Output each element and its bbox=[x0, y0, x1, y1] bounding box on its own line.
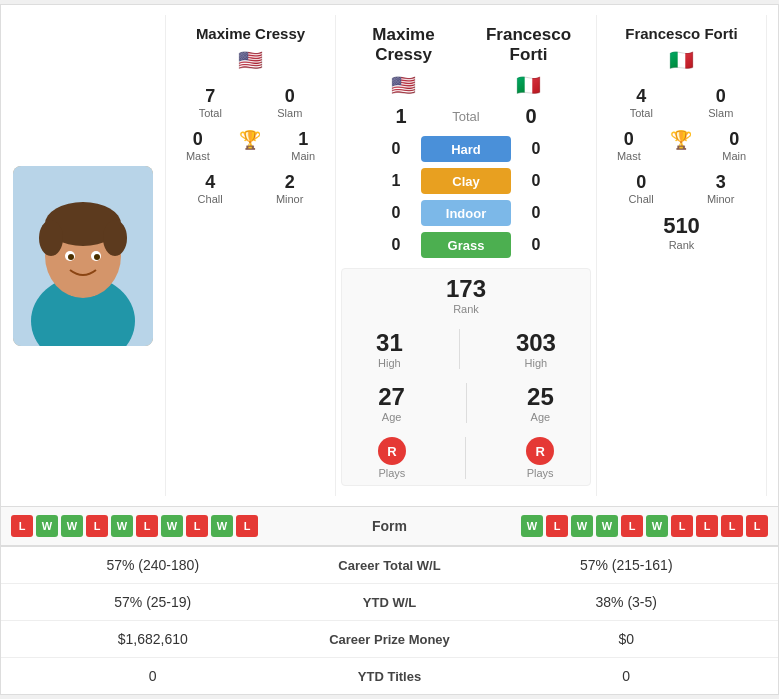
total-score-left: 1 bbox=[386, 105, 416, 128]
stats-right-0: 57% (215-161) bbox=[490, 557, 764, 573]
player1-form: LWWLWLWLWL bbox=[11, 515, 330, 537]
p2-form-badge-1: L bbox=[546, 515, 568, 537]
p2-total-val: 4 bbox=[636, 86, 646, 107]
p1-name-top: Maxime Cressy bbox=[341, 25, 466, 65]
grass-left: 0 bbox=[381, 236, 411, 254]
form-section: LWWLWLWLWL Form WLWWLWLLLL bbox=[1, 507, 778, 546]
p1-form-badge-7: L bbox=[186, 515, 208, 537]
p2-main-val: 0 bbox=[729, 129, 739, 150]
player1-photo bbox=[1, 15, 166, 496]
form-label: Form bbox=[330, 518, 450, 534]
player1-name: Maxime Cressy bbox=[196, 25, 305, 42]
stats-left-2: $1,682,610 bbox=[16, 631, 290, 647]
p2-main-lbl: Main bbox=[722, 150, 746, 162]
p2-form-badge-0: W bbox=[521, 515, 543, 537]
trophy-icon-right: 🏆 bbox=[670, 129, 692, 151]
indoor-left: 0 bbox=[381, 204, 411, 222]
p2-chall-val: 0 bbox=[636, 172, 646, 193]
p2-form-badge-8: L bbox=[721, 515, 743, 537]
p1-form-badge-8: W bbox=[211, 515, 233, 537]
indoor-row: 0 Indoor 0 bbox=[341, 200, 591, 226]
player2-flag: 🇮🇹 bbox=[669, 48, 694, 72]
p2-form-badge-6: L bbox=[671, 515, 693, 537]
p1-form-badge-0: L bbox=[11, 515, 33, 537]
p1-age-mid: 27 Age bbox=[378, 383, 405, 423]
svg-point-5 bbox=[39, 220, 63, 256]
total-score-right: 0 bbox=[516, 105, 546, 128]
clay-row: 1 Clay 0 bbox=[341, 168, 591, 194]
p1-slam-val: 0 bbox=[285, 86, 295, 107]
stats-right-3: 0 bbox=[490, 668, 764, 684]
clay-left: 1 bbox=[381, 172, 411, 190]
p1-minor-val: 2 bbox=[285, 172, 295, 193]
svg-point-6 bbox=[103, 220, 127, 256]
player2-photo bbox=[766, 15, 779, 496]
p2-minor-lbl: Minor bbox=[707, 193, 735, 205]
p1-form-badge-4: W bbox=[111, 515, 133, 537]
stats-left-0: 57% (240-180) bbox=[16, 557, 290, 573]
p1-mast-lbl: Mast bbox=[186, 150, 210, 162]
player1-stats: 7 Total 0 Slam 0 Mast 🏆 bbox=[171, 86, 330, 205]
p1-chall-val: 4 bbox=[205, 172, 215, 193]
p1-form-badge-1: W bbox=[36, 515, 58, 537]
top-section: Maxime Cressy 🇺🇸 7 Total 0 Slam 0 bbox=[1, 5, 778, 506]
hard-left: 0 bbox=[381, 140, 411, 158]
p2-mast-lbl: Mast bbox=[617, 150, 641, 162]
player1-avatar bbox=[13, 166, 153, 346]
p1-high-mid: 31 High bbox=[376, 329, 403, 369]
grass-badge: Grass bbox=[421, 232, 511, 258]
player2-info: Francesco Forti 🇮🇹 4 Total 0 Slam 0 bbox=[596, 15, 766, 496]
p2-age-mid: 25 Age bbox=[527, 383, 554, 423]
stats-table: 57% (240-180)Career Total W/L57% (215-16… bbox=[1, 547, 778, 694]
player1-flag: 🇺🇸 bbox=[238, 48, 263, 72]
trophy-icon-left: 🏆 bbox=[239, 129, 261, 151]
p2-form-badge-3: W bbox=[596, 515, 618, 537]
svg-point-9 bbox=[68, 254, 74, 260]
p1-rank-mid: 173 Rank bbox=[446, 275, 486, 315]
stats-center-2: Career Prize Money bbox=[290, 632, 490, 647]
svg-point-10 bbox=[94, 254, 100, 260]
p1-chall-lbl: Chall bbox=[198, 193, 223, 205]
p2-form-badge-2: W bbox=[571, 515, 593, 537]
p1-form-badge-5: L bbox=[136, 515, 158, 537]
stats-right-2: $0 bbox=[490, 631, 764, 647]
p2-form-badge-9: L bbox=[746, 515, 768, 537]
stats-row-3: 0YTD Titles0 bbox=[1, 658, 778, 694]
p1-main-val: 1 bbox=[298, 129, 308, 150]
p2-name-top: Francesco Forti bbox=[466, 25, 591, 65]
p1-form-badge-9: L bbox=[236, 515, 258, 537]
p1-plays-mid: R Plays bbox=[378, 437, 406, 479]
p2-flag-mid: 🇮🇹 bbox=[466, 73, 591, 97]
middle-section: Maxime Cressy Francesco Forti 🇺🇸 🇮🇹 bbox=[336, 15, 596, 496]
p1-total-lbl: Total bbox=[199, 107, 222, 119]
p1-form-badge-2: W bbox=[61, 515, 83, 537]
player-names-row: Maxime Cressy Francesco Forti bbox=[341, 25, 591, 65]
stats-row-2: $1,682,610Career Prize Money$0 bbox=[1, 621, 778, 658]
main-container: Maxime Cressy 🇺🇸 7 Total 0 Slam 0 bbox=[0, 4, 779, 695]
stats-left-1: 57% (25-19) bbox=[16, 594, 290, 610]
hard-right: 0 bbox=[521, 140, 551, 158]
p1-mast-val: 0 bbox=[193, 129, 203, 150]
p1-form-badge-6: W bbox=[161, 515, 183, 537]
p1-slam-lbl: Slam bbox=[277, 107, 302, 119]
total-label: Total bbox=[426, 109, 506, 124]
p2-minor-val: 3 bbox=[716, 172, 726, 193]
player2-name: Francesco Forti bbox=[625, 25, 738, 42]
player1-info: Maxime Cressy 🇺🇸 7 Total 0 Slam 0 bbox=[166, 15, 336, 496]
stats-right-1: 38% (3-5) bbox=[490, 594, 764, 610]
p2-high-mid: 303 High bbox=[516, 329, 556, 369]
stats-row-0: 57% (240-180)Career Total W/L57% (215-16… bbox=[1, 547, 778, 584]
total-row: 1 Total 0 bbox=[341, 105, 591, 128]
surface-rows: 0 Hard 0 1 Clay 0 0 Indoor bbox=[341, 136, 591, 258]
p2-form-badge-4: L bbox=[621, 515, 643, 537]
stats-center-3: YTD Titles bbox=[290, 669, 490, 684]
p1-total-val: 7 bbox=[205, 86, 215, 107]
hard-badge: Hard bbox=[421, 136, 511, 162]
clay-badge: Clay bbox=[421, 168, 511, 194]
stats-center-0: Career Total W/L bbox=[290, 558, 490, 573]
stats-row-1: 57% (25-19)YTD W/L38% (3-5) bbox=[1, 584, 778, 621]
mid-stats-left: 173 Rank 31 High 303 High bbox=[341, 268, 591, 486]
p1-main-lbl: Main bbox=[291, 150, 315, 162]
grass-row: 0 Grass 0 bbox=[341, 232, 591, 258]
grass-right: 0 bbox=[521, 236, 551, 254]
